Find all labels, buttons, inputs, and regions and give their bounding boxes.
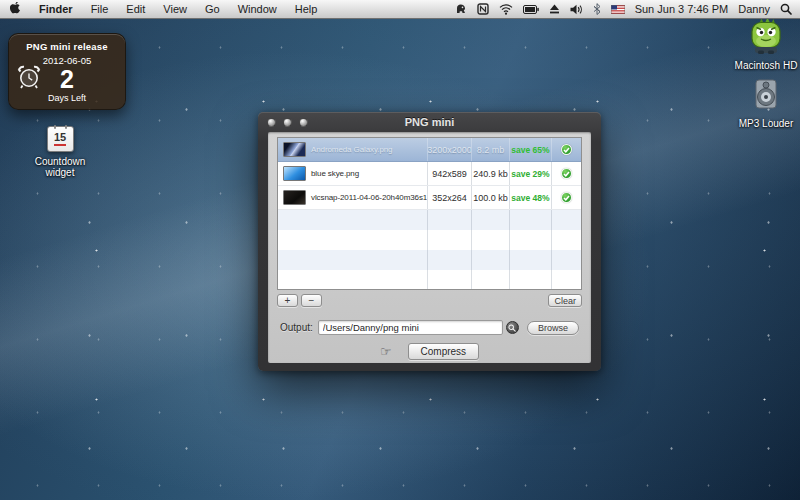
- countdown-widget[interactable]: PNG mini release 2012-06-05 2 Days Left: [8, 33, 126, 110]
- file-name: Andromeda Galaxy.png: [311, 145, 392, 154]
- empty-table-row: [278, 230, 581, 250]
- growl-icon[interactable]: [455, 0, 467, 18]
- empty-table-row: [278, 250, 581, 270]
- calendar-icon[interactable]: 15: [47, 126, 74, 152]
- file-table: Andromeda Galaxy.png 3200x2000 8.2 mb sa…: [277, 137, 582, 290]
- calendar-rings: [54, 125, 67, 129]
- menu-item-finder[interactable]: Finder: [30, 0, 82, 18]
- file-size: 100.0 kb: [472, 186, 510, 209]
- calendar-month-mark: [54, 144, 66, 146]
- table-row[interactable]: blue skye.png 942x589 240.9 kb save 29%: [278, 162, 581, 186]
- file-save-percent: save 65%: [510, 138, 552, 161]
- bluetooth-icon[interactable]: [593, 0, 601, 18]
- menu-bar: Finder File Edit View Go Window Help: [0, 0, 800, 19]
- compress-row: ☞ Compress: [268, 343, 591, 360]
- add-file-button[interactable]: +: [277, 294, 298, 307]
- table-row[interactable]: Andromeda Galaxy.png 3200x2000 8.2 mb sa…: [278, 138, 581, 162]
- apple-icon: [10, 2, 21, 17]
- menu-item-file[interactable]: File: [82, 0, 118, 18]
- file-save-percent: save 48%: [510, 186, 552, 209]
- window-content-panel: Andromeda Galaxy.png 3200x2000 8.2 mb sa…: [268, 132, 591, 363]
- reveal-magnifier-icon[interactable]: [506, 321, 519, 334]
- file-name: vlcsnap-2011-04-06-20h40m36s165.png: [311, 193, 428, 202]
- menu-item-edit[interactable]: Edit: [117, 0, 154, 18]
- menu-item-window[interactable]: Window: [229, 0, 286, 18]
- empty-table-row: [278, 270, 581, 290]
- us-flag-icon[interactable]: [611, 0, 625, 18]
- menu-bar-status-area: Sun Jun 3 7:46 PM Danny: [455, 0, 792, 18]
- eject-icon[interactable]: [549, 0, 560, 18]
- empty-table-row: [278, 210, 581, 230]
- remove-file-button[interactable]: −: [301, 294, 322, 307]
- pointing-hand-icon: ☞: [380, 345, 392, 358]
- file-name: blue skye.png: [311, 169, 359, 178]
- menu-bar-user[interactable]: Danny: [738, 3, 770, 15]
- countdown-widget-shortcut[interactable]: 15 Countdown widget: [20, 126, 100, 178]
- done-check-icon: [561, 144, 572, 155]
- file-thumbnail: [283, 166, 306, 181]
- file-size: 8.2 mb: [472, 138, 510, 161]
- png-mini-window: PNG mini Andromeda Galaxy.png 3200x2000 …: [258, 112, 601, 371]
- volume-icon[interactable]: [570, 0, 583, 18]
- browse-button[interactable]: Browse: [527, 321, 579, 335]
- desktop-icon-macintosh-hd[interactable]: Macintosh HD: [730, 16, 800, 71]
- file-thumbnail: [283, 190, 306, 205]
- shortcut-label: Countdown widget: [20, 156, 100, 178]
- file-save-percent: save 29%: [510, 162, 552, 185]
- table-row[interactable]: vlcsnap-2011-04-06-20h40m36s165.png 352x…: [278, 186, 581, 210]
- menu-bar-clock[interactable]: Sun Jun 3 7:46 PM: [635, 3, 729, 15]
- menu-item-view[interactable]: View: [154, 0, 196, 18]
- file-thumbnail: [283, 142, 306, 157]
- menu-item-go[interactable]: Go: [196, 0, 229, 18]
- battery-icon[interactable]: [523, 0, 539, 18]
- wifi-icon[interactable]: [499, 0, 513, 18]
- speaker-icon: [730, 74, 800, 114]
- output-row: Output: Browse: [280, 320, 579, 335]
- volume-label: Macintosh HD: [730, 60, 800, 71]
- spotlight-icon[interactable]: [780, 0, 792, 18]
- output-label: Output:: [280, 322, 313, 333]
- clear-button[interactable]: Clear: [548, 294, 582, 307]
- file-dimensions: 942x589: [428, 162, 472, 185]
- output-path-input[interactable]: [318, 320, 503, 335]
- file-size: 240.9 kb: [472, 162, 510, 185]
- alarm-clock-icon: [16, 64, 42, 96]
- done-check-icon: [561, 192, 572, 203]
- calendar-day: 15: [48, 131, 73, 143]
- done-check-icon: [561, 168, 572, 179]
- menu-bar-left: Finder File Edit View Go Window Help: [8, 0, 326, 18]
- apple-menu[interactable]: [8, 0, 30, 18]
- window-titlebar[interactable]: PNG mini: [258, 112, 601, 132]
- menu-item-help[interactable]: Help: [286, 0, 327, 18]
- table-footer: + − Clear: [277, 293, 582, 308]
- desktop-icon-mp3-louder[interactable]: MP3 Louder: [730, 74, 800, 129]
- file-dimensions: 352x264: [428, 186, 472, 209]
- input-source-icon[interactable]: [477, 0, 489, 18]
- window-title: PNG mini: [258, 116, 601, 128]
- volume-label: MP3 Louder: [730, 118, 800, 129]
- macintosh-hd-icon: [730, 16, 800, 56]
- widget-title: PNG mini release: [9, 41, 125, 52]
- compress-button[interactable]: Compress: [408, 343, 480, 360]
- file-dimensions: 3200x2000: [428, 138, 472, 161]
